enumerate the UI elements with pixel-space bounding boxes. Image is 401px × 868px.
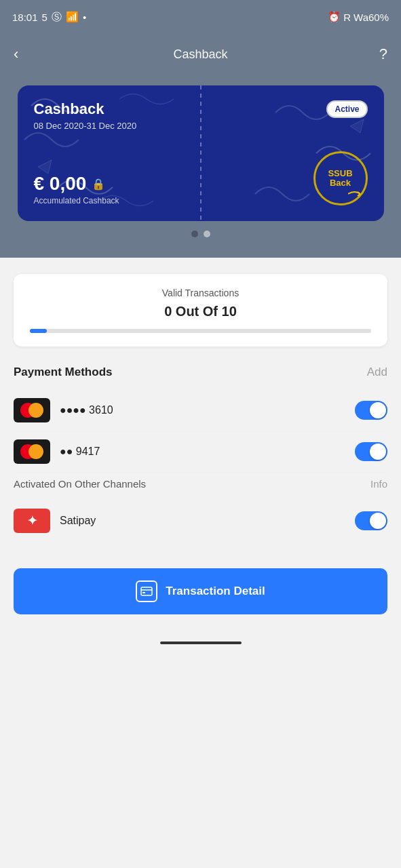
mastercard-logo-1 [14, 398, 50, 422]
help-button[interactable]: ? [379, 45, 387, 63]
payment-item-2: ●● 9417 [14, 431, 387, 473]
mc-orange-circle [28, 403, 43, 418]
cashback-card: Cashback 08 Dec 2020-31 Dec 2020 Active … [18, 85, 384, 221]
carousel-dot-2[interactable] [204, 231, 210, 237]
svg-rect-3 [142, 592, 145, 593]
progress-bar-fill [30, 329, 47, 333]
progress-bar-background [30, 329, 371, 333]
home-indicator [0, 635, 401, 655]
card-number-2: ●● 9417 [60, 446, 345, 458]
home-bar [160, 642, 242, 644]
status-bar: 18:01 5 Ⓢ 📶 • ⏰ R Wa60% [0, 0, 401, 34]
battery-prefix: R [343, 12, 351, 23]
satipay-logo: ✦ [14, 509, 50, 533]
card-amount: € 0,00 🔒 [34, 173, 119, 195]
mastercard-logo-2 [14, 439, 50, 464]
main-content: Valid Transactions 0 Out Of 10 Payment M… [0, 258, 401, 555]
status-bar-right: ⏰ R Wa60% [328, 11, 389, 23]
payment-methods-header: Payment Methods Add [14, 366, 387, 379]
card-title: Cashback [34, 100, 137, 118]
header-title: Cashback [173, 47, 227, 62]
mastercard-circles-1 [20, 403, 43, 418]
bottom-button-area: Transaction Detail [0, 555, 401, 635]
satipay-name: Satipay [60, 515, 345, 527]
satipay-icon: ✦ [27, 513, 37, 528]
card-status-badge: Active [326, 100, 367, 118]
card-number-1: ●●●● 3610 [60, 404, 345, 416]
cashback-logo: SSUB Back [313, 151, 368, 205]
card-bottom-row: € 0,00 🔒 Accumulated Cashback SSUB Back [34, 151, 368, 205]
status-time: 18:01 [12, 12, 38, 23]
payment-item: ●●●● 3610 [14, 390, 387, 431]
valid-transactions-card: Valid Transactions 0 Out Of 10 [14, 274, 387, 347]
channels-header: Activated On Other Channels Info [14, 478, 387, 490]
card-area: Cashback 08 Dec 2020-31 Dec 2020 Active … [0, 75, 401, 258]
cashback-logo-text: SSUB Back [328, 169, 352, 189]
card-amount-label: Accumulated Cashback [34, 196, 119, 205]
carousel-dot-1[interactable] [191, 231, 198, 237]
satipay-item: ✦ Satipay [14, 500, 387, 541]
mc-orange-circle-2 [28, 444, 43, 459]
toggle-thumb-2 [370, 443, 386, 460]
dot-indicator: • [83, 12, 86, 23]
status-signal: 5 [42, 12, 47, 23]
toggle-card-1[interactable] [355, 401, 387, 420]
signal-icon: 📶 [66, 11, 79, 23]
transactions-count: 0 Out Of 10 [30, 304, 371, 319]
transactions-title: Valid Transactions [30, 288, 371, 298]
svg-rect-1 [141, 587, 152, 595]
toggle-card-2[interactable] [355, 442, 387, 461]
toggle-thumb-1 [370, 402, 386, 418]
card-amount-section: € 0,00 🔒 Accumulated Cashback [34, 173, 119, 205]
mastercard-circles-2 [20, 444, 43, 459]
alarm-icon: ⏰ [328, 11, 341, 23]
payment-methods-title: Payment Methods [14, 366, 112, 379]
app-header: ‹ Cashback ? [0, 34, 401, 75]
toggle-thumb-satipay [370, 513, 386, 529]
transaction-detail-icon [136, 580, 157, 602]
lock-icon: 🔒 [92, 178, 105, 191]
card-date: 08 Dec 2020-31 Dec 2020 [34, 121, 137, 131]
add-payment-button[interactable]: Add [367, 366, 387, 379]
toggle-satipay[interactable] [355, 511, 387, 530]
facebook-icon: Ⓢ [52, 11, 62, 24]
battery-status: Wa60% [354, 12, 389, 23]
transaction-detail-label: Transaction Detail [166, 585, 265, 598]
channels-info-button[interactable]: Info [370, 478, 387, 490]
transaction-detail-button[interactable]: Transaction Detail [14, 568, 387, 614]
channels-title: Activated On Other Channels [14, 478, 146, 490]
status-bar-left: 18:01 5 Ⓢ 📶 • [12, 11, 86, 24]
back-button[interactable]: ‹ [14, 45, 18, 63]
card-top-row: Cashback 08 Dec 2020-31 Dec 2020 Active [34, 100, 368, 131]
carousel-dots [191, 231, 210, 237]
card-title-section: Cashback 08 Dec 2020-31 Dec 2020 [34, 100, 137, 131]
